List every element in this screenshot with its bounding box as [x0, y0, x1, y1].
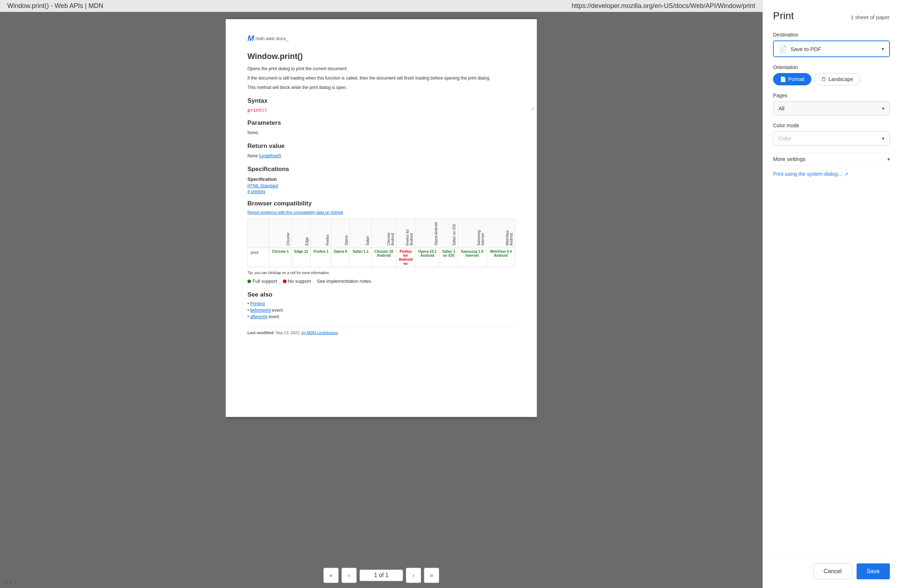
col-opera: Opera	[331, 219, 350, 248]
orientation-section: Orientation 📄 Portrait 🗒 Landscape	[773, 64, 890, 85]
destination-select[interactable]: 📄 Save to PDF ▾	[773, 40, 890, 57]
page-header-bar: Window.print() - Web APIs | MDN https://…	[0, 0, 762, 12]
mdn-logo-icon: M	[247, 34, 254, 43]
portrait-button[interactable]: 📄 Portrait	[773, 73, 812, 85]
see-also-beforeprint: beforeprint event	[247, 308, 515, 313]
compat-opera-android[interactable]: Opera 10.1Android	[415, 248, 440, 267]
color-mode-select[interactable]: Color ▾	[773, 131, 890, 145]
undefined-link[interactable]: undefined	[261, 153, 279, 158]
cancel-button[interactable]: Cancel	[813, 563, 852, 579]
syntax-code: print()	[247, 107, 515, 113]
syntax-title: Syntax	[247, 97, 515, 104]
legend-full: Full support	[247, 278, 277, 284]
col-samsung: Samsung Internet	[458, 219, 487, 248]
see-also-afterprint: afterprint event	[247, 314, 515, 319]
col-firefox: Firefox	[311, 219, 331, 248]
compat-edge[interactable]: Edge 12	[292, 248, 311, 267]
document-icon: 📄	[779, 45, 787, 53]
specs-title: Specifications	[247, 166, 515, 173]
compat-samsung[interactable]: Samsung 1.0Internet	[458, 248, 487, 267]
compat-safari-ios[interactable]: Safari 1on iOS	[439, 248, 458, 267]
pages-chevron-icon: ▾	[882, 105, 884, 112]
article-desc3: This method will block while the print d…	[247, 84, 515, 91]
pages-value: All	[779, 105, 785, 112]
first-page-button[interactable]: «	[323, 568, 338, 583]
pages-label: Pages	[773, 93, 890, 98]
legend-red-dot	[283, 279, 287, 283]
color-mode-label: Color mode	[773, 123, 890, 128]
col-firefox-android: Firefox for Android	[396, 219, 415, 248]
mdn-contributors-link[interactable]: by MDN contributors	[302, 330, 338, 335]
color-mode-value: Color	[779, 135, 791, 141]
prev-page-button[interactable]: ‹	[341, 568, 357, 583]
params-title: Parameters	[247, 119, 515, 127]
page-footer-label: 1 of 1	[5, 580, 17, 585]
destination-value: Save to PDF	[790, 46, 821, 52]
last-modified-date: Sep 13, 2022,	[276, 330, 301, 335]
col-safari-ios: Safari on iOS	[439, 219, 458, 248]
col-webview: WebView Android	[487, 219, 515, 248]
compat-firefox-android[interactable]: FirefoxforAndroidNo	[396, 248, 415, 267]
see-also-printing-link[interactable]: Printing	[250, 301, 265, 306]
landscape-label: Landscape	[829, 76, 853, 82]
compat-chrome[interactable]: Chrome 1	[270, 248, 292, 267]
more-settings-row[interactable]: More settings ▾	[773, 153, 890, 165]
legend-no-label: No support	[288, 278, 311, 284]
preview-nav: « ‹ 1 of 1 › »	[323, 563, 439, 588]
see-also-list: Printing beforeprint event afterprint ev…	[247, 301, 515, 319]
see-also-beforeprint-link[interactable]: beforeprint	[250, 308, 271, 313]
legend-full-label: Full support	[253, 278, 277, 284]
compat-title: Browser compatibility	[247, 200, 515, 207]
compat-safari[interactable]: Safari 1.1	[350, 248, 371, 267]
destination-select-inner: 📄 Save to PDF	[779, 45, 821, 53]
see-also-afterprint-link[interactable]: afterprint	[250, 314, 267, 319]
compat-table-container: Chrome Edge Firefox Opera Safari Chrome …	[247, 219, 515, 267]
params-text: None.	[247, 129, 515, 136]
col-chrome-android: Chrome Android	[371, 219, 396, 248]
chevron-down-icon: ▾	[881, 46, 884, 52]
landscape-button[interactable]: 🗒 Landscape	[814, 73, 860, 85]
compat-row-label: print	[248, 248, 270, 267]
portrait-label: Portrait	[788, 76, 804, 82]
col-edge: Edge	[292, 219, 311, 248]
last-page-button[interactable]: »	[424, 568, 439, 583]
panel-title: Print	[773, 10, 794, 22]
system-dialog-link[interactable]: Print using the system dialog... ↗	[773, 171, 890, 177]
col-safari: Safari	[350, 219, 371, 248]
col-opera-android: Opera Android	[415, 219, 440, 248]
compat-chrome-android[interactable]: Chrome 18Android	[371, 248, 396, 267]
next-page-button[interactable]: ›	[406, 568, 421, 583]
more-settings-label: More settings	[773, 156, 805, 162]
more-settings-chevron-icon: ▾	[888, 156, 890, 162]
compat-firefox[interactable]: Firefox 1	[311, 248, 331, 267]
orientation-row: 📄 Portrait 🗒 Landscape	[773, 73, 890, 85]
destination-section: Destination 📄 Save to PDF ▾	[773, 32, 890, 57]
compat-tip: Tip: you can click/tap on a cell for mor…	[247, 270, 515, 276]
page-indicator: 1 of 1	[360, 569, 403, 581]
article-title: Window.print()	[247, 52, 515, 61]
col-chrome: Chrome	[270, 219, 292, 248]
landscape-icon: 🗒	[821, 76, 826, 82]
article-desc1: Opens the print dialog to print the curr…	[247, 65, 515, 72]
see-also-printing: Printing	[247, 301, 515, 306]
destination-label: Destination	[773, 32, 890, 37]
panel-subtitle: 1 sheet of paper	[851, 14, 890, 20]
preview-area: Window.print() - Web APIs | MDN https://…	[0, 0, 762, 588]
return-value: None (undefined).	[247, 153, 515, 159]
compat-webview[interactable]: WebView 4.4Android	[487, 248, 515, 267]
save-button[interactable]: Save	[857, 563, 890, 579]
mdn-logo-text: mdn web docs_	[255, 36, 288, 41]
compat-opera[interactable]: Opera 6	[331, 248, 350, 267]
legend-note-label: See implementation notes.	[317, 278, 372, 284]
compat-legend: Full support No support See implementati…	[247, 278, 515, 284]
spec-link1[interactable]: HTML Standard	[247, 183, 515, 188]
last-modified: Last modified: Sep 13, 2022, by MDN cont…	[247, 327, 515, 335]
external-link-icon: ↗	[844, 171, 848, 177]
panel-footer: Cancel Save	[773, 557, 890, 579]
compat-report-link[interactable]: Report problems with this compatibility …	[247, 210, 515, 214]
legend-note: See implementation notes.	[317, 278, 372, 284]
spec-link2[interactable]: # printing	[247, 189, 515, 194]
pages-select[interactable]: All ▾	[773, 101, 890, 115]
page-header-left: Window.print() - Web APIs | MDN	[7, 2, 103, 10]
print-page-wrapper: M mdn web docs_ Window.print() Opens the…	[226, 12, 537, 563]
